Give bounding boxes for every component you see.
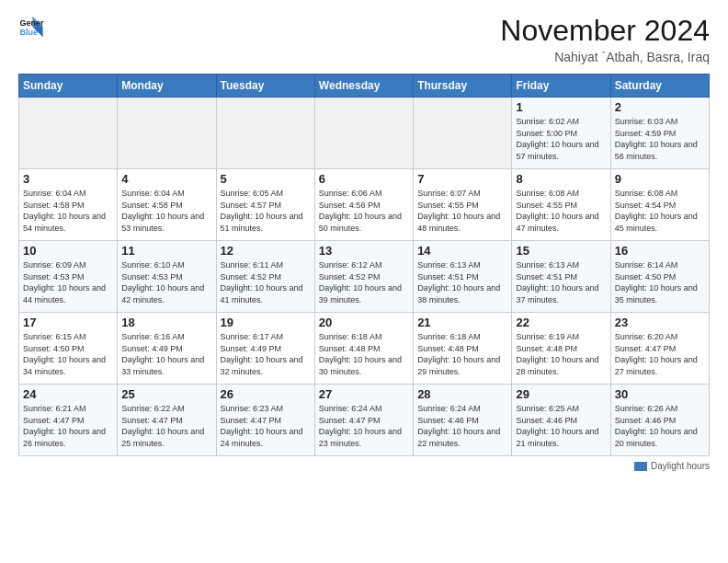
calendar-day-cell: 30Sunrise: 6:26 AMSunset: 4:46 PMDayligh…: [610, 385, 709, 456]
day-number: 29: [516, 387, 606, 401]
calendar-day-cell: 18Sunrise: 6:16 AMSunset: 4:49 PMDayligh…: [118, 313, 216, 385]
calendar-day-cell: 15Sunrise: 6:13 AMSunset: 4:51 PMDayligh…: [512, 241, 610, 313]
calendar-header-cell: Saturday: [610, 75, 709, 98]
day-info: Sunrise: 6:23 AMSunset: 4:47 PMDaylight:…: [221, 403, 311, 449]
day-number: 26: [221, 387, 311, 401]
logo: General Blue: [18, 14, 46, 40]
calendar-body: 1Sunrise: 6:02 AMSunset: 5:00 PMDaylight…: [19, 98, 710, 456]
day-number: 14: [417, 244, 507, 258]
calendar-day-cell: 28Sunrise: 6:24 AMSunset: 4:46 PMDayligh…: [414, 385, 512, 456]
legend-box: Daylight hours: [634, 461, 710, 471]
day-number: 6: [319, 172, 409, 186]
calendar-day-cell: 4Sunrise: 6:04 AMSunset: 4:58 PMDaylight…: [118, 169, 216, 241]
calendar-day-cell: 26Sunrise: 6:23 AMSunset: 4:47 PMDayligh…: [216, 385, 314, 456]
day-number: 28: [417, 387, 507, 401]
location-title: Nahiyat `Atbah, Basra, Iraq: [500, 50, 710, 64]
calendar-day-cell: [314, 98, 413, 169]
legend-label: Daylight hours: [651, 461, 710, 471]
day-number: 13: [319, 244, 409, 258]
day-number: 1: [516, 100, 606, 114]
day-info: Sunrise: 6:24 AMSunset: 4:46 PMDaylight:…: [417, 403, 507, 449]
day-info: Sunrise: 6:13 AMSunset: 4:51 PMDaylight:…: [417, 259, 507, 305]
day-number: 21: [417, 316, 507, 329]
day-number: 15: [516, 244, 606, 258]
calendar-week-row: 24Sunrise: 6:21 AMSunset: 4:47 PMDayligh…: [19, 385, 710, 456]
calendar-week-row: 10Sunrise: 6:09 AMSunset: 4:53 PMDayligh…: [19, 241, 710, 313]
day-number: 9: [615, 172, 705, 186]
calendar-page: General Blue November 2024 Nahiyat `Atba…: [0, 0, 728, 563]
calendar-header-cell: Monday: [118, 75, 216, 98]
calendar-day-cell: 12Sunrise: 6:11 AMSunset: 4:52 PMDayligh…: [216, 241, 314, 313]
day-info: Sunrise: 6:04 AMSunset: 4:58 PMDaylight:…: [121, 188, 211, 234]
calendar-day-cell: [118, 98, 216, 169]
day-number: 12: [221, 244, 311, 258]
calendar-day-cell: [414, 98, 512, 169]
day-number: 16: [615, 244, 705, 258]
day-info: Sunrise: 6:09 AMSunset: 4:53 PMDaylight:…: [23, 259, 113, 305]
svg-text:Blue: Blue: [19, 28, 38, 37]
day-info: Sunrise: 6:07 AMSunset: 4:55 PMDaylight:…: [417, 188, 507, 234]
calendar-day-cell: [19, 98, 118, 169]
footer: Daylight hours: [18, 461, 710, 471]
day-info: Sunrise: 6:26 AMSunset: 4:46 PMDaylight:…: [615, 403, 705, 449]
day-number: 19: [221, 316, 311, 329]
title-block: November 2024 Nahiyat `Atbah, Basra, Ira…: [500, 14, 710, 64]
calendar-day-cell: 13Sunrise: 6:12 AMSunset: 4:52 PMDayligh…: [314, 241, 413, 313]
day-info: Sunrise: 6:11 AMSunset: 4:52 PMDaylight:…: [221, 259, 311, 305]
day-number: 20: [319, 316, 409, 329]
day-info: Sunrise: 6:22 AMSunset: 4:47 PMDaylight:…: [121, 403, 211, 449]
calendar-day-cell: 2Sunrise: 6:03 AMSunset: 4:59 PMDaylight…: [610, 98, 709, 169]
calendar-day-cell: 8Sunrise: 6:08 AMSunset: 4:55 PMDaylight…: [512, 169, 610, 241]
day-info: Sunrise: 6:18 AMSunset: 4:48 PMDaylight:…: [319, 331, 409, 377]
calendar-day-cell: 6Sunrise: 6:06 AMSunset: 4:56 PMDaylight…: [314, 169, 413, 241]
calendar-header-cell: Sunday: [19, 75, 118, 98]
calendar-day-cell: 9Sunrise: 6:08 AMSunset: 4:54 PMDaylight…: [610, 169, 709, 241]
day-number: 24: [23, 387, 113, 401]
calendar-day-cell: 21Sunrise: 6:18 AMSunset: 4:48 PMDayligh…: [414, 313, 512, 385]
calendar-day-cell: 3Sunrise: 6:04 AMSunset: 4:58 PMDaylight…: [19, 169, 118, 241]
day-number: 23: [615, 316, 705, 329]
calendar-day-cell: 14Sunrise: 6:13 AMSunset: 4:51 PMDayligh…: [414, 241, 512, 313]
day-info: Sunrise: 6:17 AMSunset: 4:49 PMDaylight:…: [221, 331, 311, 377]
day-number: 4: [121, 172, 211, 186]
day-info: Sunrise: 6:08 AMSunset: 4:55 PMDaylight:…: [516, 188, 606, 234]
calendar-header-row: SundayMondayTuesdayWednesdayThursdayFrid…: [19, 75, 710, 98]
day-number: 18: [121, 316, 211, 329]
day-info: Sunrise: 6:18 AMSunset: 4:48 PMDaylight:…: [417, 331, 507, 377]
calendar-day-cell: 1Sunrise: 6:02 AMSunset: 5:00 PMDaylight…: [512, 98, 610, 169]
day-number: 17: [23, 316, 113, 329]
legend-color-box: [634, 462, 647, 471]
day-number: 22: [516, 316, 606, 329]
day-info: Sunrise: 6:24 AMSunset: 4:47 PMDaylight:…: [319, 403, 409, 449]
day-info: Sunrise: 6:04 AMSunset: 4:58 PMDaylight:…: [23, 188, 113, 234]
calendar-day-cell: 20Sunrise: 6:18 AMSunset: 4:48 PMDayligh…: [314, 313, 413, 385]
calendar-day-cell: 19Sunrise: 6:17 AMSunset: 4:49 PMDayligh…: [216, 313, 314, 385]
day-number: 8: [516, 172, 606, 186]
calendar-day-cell: 11Sunrise: 6:10 AMSunset: 4:53 PMDayligh…: [118, 241, 216, 313]
day-info: Sunrise: 6:13 AMSunset: 4:51 PMDaylight:…: [516, 259, 606, 305]
day-number: 30: [615, 387, 705, 401]
day-info: Sunrise: 6:20 AMSunset: 4:47 PMDaylight:…: [615, 331, 705, 377]
day-info: Sunrise: 6:14 AMSunset: 4:50 PMDaylight:…: [615, 259, 705, 305]
calendar-week-row: 1Sunrise: 6:02 AMSunset: 5:00 PMDaylight…: [19, 98, 710, 169]
day-number: 11: [121, 244, 211, 258]
calendar-header-cell: Friday: [512, 75, 610, 98]
calendar-day-cell: 24Sunrise: 6:21 AMSunset: 4:47 PMDayligh…: [19, 385, 118, 456]
day-info: Sunrise: 6:03 AMSunset: 4:59 PMDaylight:…: [615, 116, 705, 162]
logo-icon: General Blue: [18, 14, 44, 40]
month-title: November 2024: [500, 14, 710, 48]
calendar-day-cell: 16Sunrise: 6:14 AMSunset: 4:50 PMDayligh…: [610, 241, 709, 313]
calendar-header-cell: Wednesday: [314, 75, 413, 98]
calendar-day-cell: [216, 98, 314, 169]
day-info: Sunrise: 6:25 AMSunset: 4:46 PMDaylight:…: [516, 403, 606, 449]
day-info: Sunrise: 6:10 AMSunset: 4:53 PMDaylight:…: [121, 259, 211, 305]
calendar-header-cell: Thursday: [414, 75, 512, 98]
svg-text:General: General: [19, 18, 44, 28]
day-info: Sunrise: 6:08 AMSunset: 4:54 PMDaylight:…: [615, 188, 705, 234]
header: General Blue November 2024 Nahiyat `Atba…: [18, 14, 710, 64]
day-number: 7: [417, 172, 507, 186]
day-info: Sunrise: 6:15 AMSunset: 4:50 PMDaylight:…: [23, 331, 113, 377]
calendar-header-cell: Tuesday: [216, 75, 314, 98]
day-number: 3: [23, 172, 113, 186]
calendar-day-cell: 17Sunrise: 6:15 AMSunset: 4:50 PMDayligh…: [19, 313, 118, 385]
